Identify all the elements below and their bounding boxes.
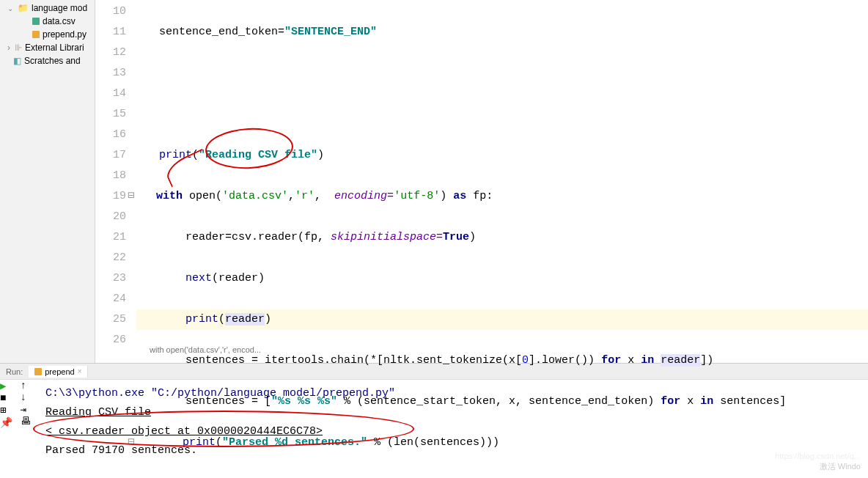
run-tab[interactable]: prepend × <box>29 366 88 378</box>
project-tree[interactable]: 📁 language mod data.csv prepend.py ⊪ Ext… <box>0 0 95 363</box>
code-editor[interactable]: 1011121314151617181920212223242526 sente… <box>95 0 868 363</box>
python-icon <box>34 368 42 375</box>
python-icon <box>32 31 40 38</box>
tree-file-csv[interactable]: data.csv <box>0 15 95 28</box>
run-toolbar: ▶ ■ ⊞ 📌 ↑ ↓ ⇥ 🖶 <box>0 380 37 478</box>
external-label: External Librari <box>25 43 84 53</box>
run-panel: Run: prepend × ▶ ■ ⊞ 📌 ↑ ↓ ⇥ 🖶 C:\3\pyth… <box>0 363 868 478</box>
run-output[interactable]: C:\3\python.exe "C:/python/language mode… <box>37 380 868 478</box>
watermark: https://blog.csdn.net/q... <box>775 452 861 460</box>
scratches-icon: ◧ <box>13 56 21 66</box>
folder-label: language mod <box>32 3 87 13</box>
csv-icon <box>32 18 40 25</box>
watermark: 激活 Windo <box>820 461 861 472</box>
code-body[interactable]: sentence_end_token="SENTENCE_END" print(… <box>139 0 868 363</box>
up-icon[interactable]: ↑ <box>21 380 26 391</box>
down-icon[interactable]: ↓ <box>21 391 26 403</box>
library-icon: ⊪ <box>15 43 22 53</box>
scratches-label: Scratches and <box>24 56 81 66</box>
line-gutter: 1011121314151617181920212223242526 <box>95 0 139 363</box>
output-line: <_csv.reader object at 0x0000020444EC6C7… <box>45 422 859 441</box>
tree-folder-root[interactable]: 📁 language mod <box>0 1 95 15</box>
file-label: data.csv <box>43 16 76 26</box>
output-line: Parsed 79170 sentences. <box>45 441 859 460</box>
wrap-icon[interactable]: ⇥ <box>21 404 26 416</box>
tab-name: prepend <box>45 367 74 376</box>
layout-icon[interactable]: ⊞ <box>0 405 6 416</box>
output-line-cmd: C:\3\python.exe "C:/python/language mode… <box>45 384 859 403</box>
close-icon[interactable]: × <box>78 367 82 375</box>
tree-external-libs[interactable]: ⊪ External Librari <box>0 41 95 54</box>
pin-icon[interactable]: 📌 <box>0 417 12 429</box>
folder-icon: 📁 <box>18 3 29 13</box>
output-line: Reading CSV file <box>45 403 859 422</box>
tree-scratches[interactable]: ◧ Scratches and <box>0 54 95 67</box>
run-label: Run: <box>0 367 29 376</box>
print-icon[interactable]: 🖶 <box>21 416 31 427</box>
stop-icon[interactable]: ■ <box>0 392 6 404</box>
tree-file-py[interactable]: prepend.py <box>0 28 95 41</box>
run-icon[interactable]: ▶ <box>0 380 6 392</box>
breadcrumb[interactable]: with open('data.csv','r', encod... <box>147 337 264 363</box>
file-label: prepend.py <box>43 29 87 40</box>
